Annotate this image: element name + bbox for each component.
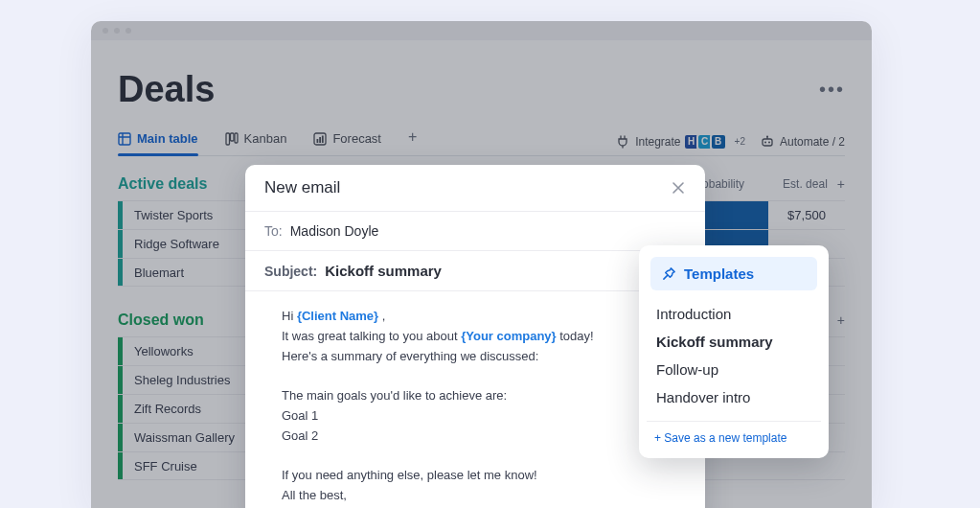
body-text: , (378, 309, 385, 323)
to-value: Madison Doyle (290, 223, 379, 239)
close-icon[interactable] (671, 180, 686, 196)
row-color-bar (118, 424, 123, 451)
row-color-bar (118, 337, 123, 365)
save-template-button[interactable]: + Save as a new template (650, 431, 817, 445)
to-label: To: (264, 223, 283, 239)
svg-rect-3 (226, 133, 230, 145)
svg-point-12 (768, 141, 770, 143)
row-color-bar (118, 395, 123, 423)
integrate-button[interactable]: Integrate H C B +2 (616, 133, 745, 150)
window-titlebar (91, 21, 872, 40)
body-text: It was great talking to you about (282, 329, 461, 343)
to-field[interactable]: To: Madison Doyle (245, 212, 705, 251)
tab-forecast[interactable]: Forecast (313, 127, 381, 155)
svg-rect-4 (230, 133, 234, 141)
template-item-follow-up[interactable]: Follow-up (656, 356, 811, 383)
subject-label: Subject: (264, 264, 317, 279)
view-tabs: Main table Kanban Forecast + (118, 127, 845, 156)
tab-main-table[interactable]: Main table (118, 127, 198, 155)
body-text: All the best, (282, 486, 686, 506)
svg-rect-7 (317, 139, 319, 143)
body-text: If you need anything else, please let me… (282, 466, 686, 486)
svg-point-11 (764, 141, 766, 143)
row-color-bar (118, 259, 123, 286)
templates-header[interactable]: Templates (650, 257, 817, 290)
templates-label: Templates (684, 266, 754, 282)
window-dot (114, 28, 120, 34)
svg-rect-5 (235, 133, 238, 143)
body-text: Goal 1 (282, 406, 686, 427)
modal-title: New email (264, 178, 340, 197)
templates-popover: Templates Introduction Kickoff summary F… (639, 245, 829, 458)
window-dot (125, 28, 131, 34)
body-text: The main goals you'd like to achieve are… (282, 386, 686, 406)
col-est-deal[interactable]: Est. deal (783, 177, 828, 191)
svg-point-14 (766, 135, 768, 137)
tab-label: Forecast (332, 131, 381, 146)
subject-field[interactable]: Subject: Kickoff summary (245, 251, 705, 291)
automate-button[interactable]: Automate / 2 (761, 135, 845, 149)
add-view-button[interactable]: + (408, 128, 417, 155)
template-item-introduction[interactable]: Introduction (656, 300, 811, 328)
pin-icon (662, 266, 676, 281)
subject-value: Kickoff summary (325, 263, 442, 279)
svg-rect-0 (119, 133, 130, 145)
integration-avatars: H C B (687, 133, 727, 150)
tab-label: Main table (137, 131, 198, 146)
kanban-icon (225, 132, 239, 146)
window-dot (103, 28, 108, 34)
tab-kanban[interactable]: Kanban (225, 127, 287, 155)
group-title-closed[interactable]: Closed won (118, 312, 204, 329)
email-body[interactable]: Hi {Client Name} , It was great talking … (245, 291, 705, 506)
tab-label: Kanban (244, 131, 287, 146)
table-icon (118, 132, 131, 146)
row-color-bar (118, 452, 123, 479)
your-company-token[interactable]: {Your company} (461, 329, 556, 343)
svg-rect-9 (322, 135, 324, 143)
row-color-bar (118, 366, 123, 394)
integrate-label: Integrate (635, 135, 680, 149)
row-color-bar (118, 201, 123, 229)
template-item-handover-intro[interactable]: Handover intro (656, 383, 811, 411)
row-est-deal[interactable]: $7,500 (768, 208, 845, 222)
page-title: Deals (118, 69, 215, 110)
body-text: Goal 2 (282, 427, 686, 447)
new-email-modal: New email To: Madison Doyle Subject: Kic… (245, 165, 705, 508)
automate-label: Automate / 2 (780, 135, 845, 149)
row-probability[interactable] (701, 201, 768, 229)
row-color-bar (118, 230, 123, 258)
body-text: Hi (282, 309, 297, 323)
robot-icon (761, 135, 774, 149)
svg-rect-10 (763, 139, 772, 146)
svg-rect-8 (320, 137, 322, 143)
chart-icon (313, 132, 327, 146)
body-text: today! (557, 329, 594, 343)
integration-more: +2 (735, 136, 745, 147)
template-item-kickoff-summary[interactable]: Kickoff summary (656, 328, 811, 356)
more-menu-icon[interactable]: ••• (819, 79, 845, 101)
body-text: Here's a summary of everything we discus… (282, 347, 686, 367)
add-column-button[interactable]: + (837, 176, 845, 192)
separator (647, 421, 821, 422)
group-title-active[interactable]: Active deals (118, 175, 207, 193)
client-name-token[interactable]: {Client Name} (297, 309, 378, 323)
add-column-button[interactable]: + (837, 312, 845, 328)
plug-icon (616, 135, 629, 149)
